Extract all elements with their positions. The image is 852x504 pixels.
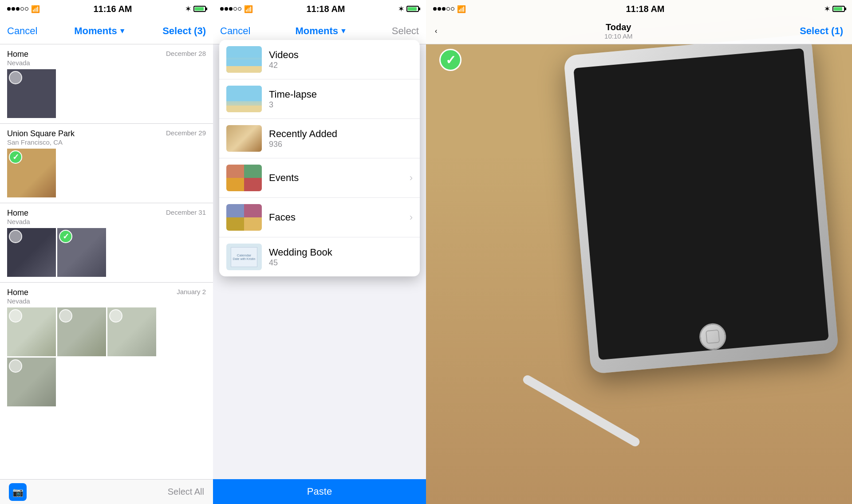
select-button-3[interactable]: Select (1) bbox=[800, 25, 843, 37]
wifi-icon-3: 📶 bbox=[457, 5, 466, 13]
location-info-4: Home Nevada bbox=[7, 288, 30, 305]
paste-button[interactable]: Paste bbox=[307, 486, 332, 497]
photo-thumb[interactable] bbox=[7, 307, 56, 356]
check-overlay bbox=[9, 230, 22, 243]
camera-button-1[interactable]: 📷 bbox=[9, 483, 27, 501]
check-overlay bbox=[59, 309, 72, 323]
check-overlay bbox=[9, 359, 22, 373]
location-group-home-dec28: Home Nevada December 28 bbox=[0, 44, 213, 118]
signal-icon-3 bbox=[433, 7, 454, 11]
timelapse-count: 3 bbox=[269, 100, 413, 110]
album-dropdown-menu: Videos 42 Time-lapse 3 Recently Added 93… bbox=[219, 40, 420, 276]
dropdown-item-faces[interactable]: Faces › bbox=[219, 198, 420, 237]
check-overlay bbox=[9, 309, 22, 323]
check-overlay: ✓ bbox=[9, 150, 22, 164]
status-right-3: ✶ bbox=[824, 5, 845, 12]
bt-icon-2: ✶ bbox=[398, 5, 404, 12]
faces-info: Faces bbox=[269, 212, 402, 223]
bt-icon-3: ✶ bbox=[824, 5, 830, 12]
check-overlay bbox=[109, 309, 122, 323]
location-date-3: December 31 bbox=[166, 209, 206, 216]
cancel-button-2[interactable]: Cancel bbox=[220, 25, 250, 37]
status-bar-1: 📶 11:16 AM ✶ bbox=[0, 0, 213, 18]
dot2 bbox=[12, 7, 15, 11]
dropdown-item-events[interactable]: Events › bbox=[219, 158, 420, 198]
location-sub-3: Nevada bbox=[7, 218, 30, 225]
check-overlay bbox=[9, 71, 22, 84]
check-selected: ✓ bbox=[59, 230, 72, 243]
check-unselected bbox=[59, 309, 72, 323]
location-sub-1: Nevada bbox=[7, 59, 30, 67]
check-overlay: ✓ bbox=[59, 230, 72, 243]
wifi-icon-1: 📶 bbox=[31, 5, 40, 13]
dropdown-item-recently-added[interactable]: Recently Added 936 bbox=[219, 119, 420, 158]
home-btn-inner bbox=[706, 330, 720, 344]
videos-thumb bbox=[226, 46, 262, 73]
location-date-2: December 29 bbox=[166, 129, 206, 137]
location-name-3: Home bbox=[7, 209, 30, 218]
status-left-3: 📶 bbox=[433, 5, 466, 13]
location-date-1: December 28 bbox=[166, 50, 206, 57]
nav-bar-1: Cancel Moments ▼ Select (3) bbox=[0, 18, 213, 44]
photo-thumb[interactable]: ✓ bbox=[7, 149, 56, 197]
moments-title-2: Moments ▼ bbox=[295, 25, 347, 37]
wifi-icon-2: 📶 bbox=[244, 5, 253, 13]
moments-dropdown-arrow-2[interactable]: ▼ bbox=[340, 27, 347, 35]
videos-title: Videos bbox=[269, 49, 413, 61]
panel-moments-select: 📶 11:16 AM ✶ Cancel Moments ▼ Select (3)… bbox=[0, 0, 213, 504]
location-date-4: January 2 bbox=[177, 288, 206, 295]
videos-info: Videos 42 bbox=[269, 49, 413, 70]
recently-count: 936 bbox=[269, 140, 413, 149]
dropdown-item-wedding[interactable]: Calendar Date with Kristin Wedding Book … bbox=[219, 237, 420, 276]
photo-thumb[interactable]: ✓ bbox=[57, 228, 106, 277]
check-unselected bbox=[109, 309, 122, 323]
nav-title-today: Today 10:10 AM bbox=[604, 22, 632, 40]
photos-grid-4 bbox=[7, 307, 206, 406]
dot5 bbox=[25, 7, 28, 11]
select-count-button-1[interactable]: Select (3) bbox=[162, 25, 206, 37]
photo-thumb[interactable] bbox=[107, 307, 156, 356]
location-sub-4: Nevada bbox=[7, 297, 30, 305]
photo-thumb[interactable] bbox=[7, 358, 56, 406]
check-unselected bbox=[9, 71, 22, 84]
dropdown-item-videos[interactable]: Videos 42 bbox=[219, 40, 420, 79]
select-button-2[interactable]: Select bbox=[392, 25, 419, 37]
location-group-union: Union Square Park San Francisco, CA Dece… bbox=[0, 124, 213, 197]
select-all-button-1[interactable]: Select All bbox=[168, 487, 204, 497]
photos-grid-2: ✓ bbox=[7, 149, 206, 197]
photo-thumb[interactable] bbox=[57, 307, 106, 356]
panel-photo-detail: ✓ 📶 11:18 AM ✶ ‹ Today 10:10 AM Se bbox=[426, 0, 852, 504]
back-button-3[interactable]: ‹ bbox=[435, 27, 437, 35]
timelapse-thumb bbox=[226, 86, 262, 112]
wedding-thumb: Calendar Date with Kristin bbox=[226, 244, 262, 270]
time-2: 11:18 AM bbox=[306, 4, 345, 14]
battery-2 bbox=[406, 6, 419, 12]
photo-thumb[interactable] bbox=[7, 69, 56, 118]
recently-info: Recently Added 936 bbox=[269, 128, 413, 149]
recently-thumb bbox=[226, 125, 262, 152]
paste-bar[interactable]: Paste bbox=[213, 479, 426, 504]
wedding-info: Wedding Book 45 bbox=[269, 247, 413, 268]
time-1: 11:16 AM bbox=[93, 4, 132, 14]
location-name-2: Union Square Park bbox=[7, 129, 75, 138]
status-bar-3: 📶 11:18 AM ✶ bbox=[426, 0, 852, 18]
moments-dropdown-arrow-1[interactable]: ▼ bbox=[119, 27, 126, 35]
ipad-device bbox=[564, 34, 839, 374]
dot1 bbox=[7, 7, 11, 11]
dropdown-item-timelapse[interactable]: Time-lapse 3 bbox=[219, 79, 420, 119]
camera-icon-1: 📷 bbox=[12, 487, 24, 497]
events-info: Events bbox=[269, 172, 402, 184]
check-unselected bbox=[9, 309, 22, 323]
photo-full-image bbox=[426, 0, 852, 504]
location-name-1: Home bbox=[7, 50, 30, 59]
faces-thumb bbox=[226, 204, 262, 231]
panel-moments-dropdown: 📶 11:18 AM ✶ Cancel Moments ▼ Select bbox=[213, 0, 426, 504]
photo-thumb[interactable] bbox=[7, 228, 56, 277]
ipad-screen bbox=[573, 48, 829, 360]
battery-1 bbox=[193, 6, 206, 12]
location-name-4: Home bbox=[7, 288, 30, 297]
cancel-button-1[interactable]: Cancel bbox=[7, 25, 37, 37]
check-unselected bbox=[9, 359, 22, 373]
wedding-title: Wedding Book bbox=[269, 247, 413, 258]
photos-grid-1 bbox=[7, 69, 206, 118]
